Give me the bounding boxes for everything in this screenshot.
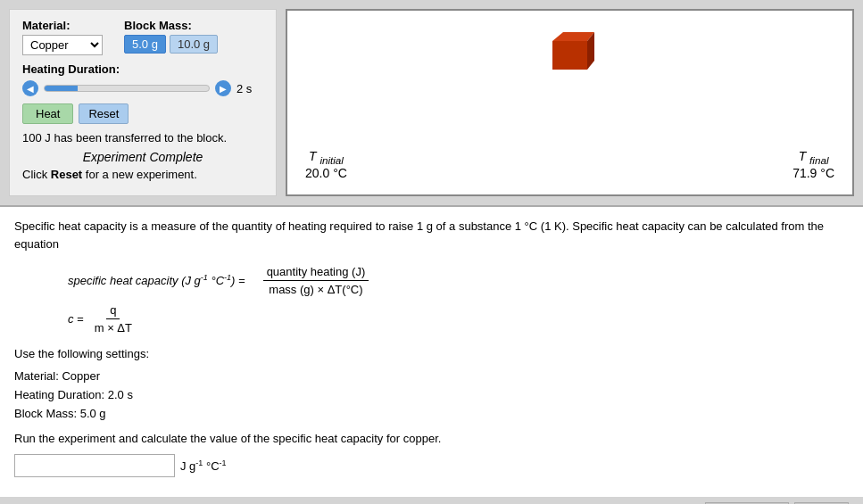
- final-temp-item: T final 71.9 °C: [792, 149, 834, 180]
- nav-row: ◀ Previous Ne ▶: [0, 497, 863, 504]
- final-temp-value: 71.9 °C: [792, 166, 834, 180]
- click-reset-text: Click Reset for a new experiment.: [22, 168, 263, 181]
- experiment-complete-text: Experiment Complete: [22, 150, 263, 164]
- answer-unit: J g-1 °C-1: [180, 459, 227, 473]
- transferred-text: 100 J has been transferred to the block.: [22, 131, 263, 145]
- answer-input[interactable]: [14, 454, 175, 477]
- answer-row: J g-1 °C-1: [14, 454, 849, 477]
- fraction-denominator: mass (g) × ΔT(°C): [265, 281, 366, 296]
- small-denominator: m × ΔT: [91, 319, 136, 335]
- initial-temp-item: T initial 20.0 °C: [305, 149, 347, 180]
- svg-marker-1: [552, 32, 594, 41]
- equation-section: specific heat capacity (J g-1 °C-1) = qu…: [14, 265, 849, 335]
- visualization-panel: T initial 20.0 °C T final 71.9 °C: [286, 9, 854, 196]
- settings-list: Material: Copper Heating Duration: 2.0 s…: [14, 368, 849, 423]
- small-equation-lhs: c =: [68, 312, 84, 326]
- mass-10g-button[interactable]: 10.0 g: [170, 35, 218, 54]
- svg-marker-0: [552, 41, 587, 70]
- equation-fraction: quantity heating (J) mass (g) × ΔT(°C): [263, 265, 369, 296]
- setting-material: Material: Copper: [14, 368, 849, 386]
- temperature-row: T initial 20.0 °C T final 71.9 °C: [296, 149, 843, 180]
- block-mass-label: Block Mass:: [124, 19, 218, 32]
- main-equation-row: specific heat capacity (J g-1 °C-1) = qu…: [14, 265, 849, 296]
- reset-button[interactable]: Reset: [79, 103, 129, 124]
- heat-button[interactable]: Heat: [22, 103, 73, 124]
- controls-panel: Material: Copper Aluminum Iron Lead Bloc…: [9, 9, 277, 196]
- slider-fill: [45, 86, 78, 91]
- small-numerator: q: [106, 303, 120, 319]
- block-image: [545, 29, 594, 75]
- slider-right-arrow[interactable]: ▶: [215, 80, 231, 96]
- material-select[interactable]: Copper Aluminum Iron Lead: [22, 35, 103, 55]
- setting-mass: Block Mass: 5.0 g: [14, 405, 849, 424]
- mass-5g-button[interactable]: 5.0 g: [124, 35, 166, 54]
- initial-temp-label: T initial: [305, 149, 347, 166]
- slider-left-arrow[interactable]: ◀: [22, 80, 38, 96]
- run-text: Run the experiment and calculate the val…: [14, 432, 849, 445]
- small-fraction: q m × ΔT: [91, 303, 136, 335]
- description-text: Specific heat capacity is a measure of t…: [14, 218, 849, 252]
- use-following-text: Use the following settings:: [14, 347, 849, 360]
- equation-lhs: specific heat capacity (J g-1 °C-1) =: [68, 273, 245, 287]
- slider-duration-value: 2 s: [236, 82, 263, 95]
- fraction-numerator: quantity heating (J): [263, 265, 369, 281]
- material-label: Material:: [22, 19, 103, 32]
- small-equation-row: c = q m × ΔT: [14, 303, 849, 335]
- initial-temp-value: 20.0 °C: [305, 166, 347, 180]
- setting-duration: Heating Duration: 2.0 s: [14, 386, 849, 405]
- slider-track[interactable]: [44, 85, 210, 92]
- heating-duration-label: Heating Duration:: [22, 62, 263, 76]
- bottom-content: Specific heat capacity is a measure of t…: [0, 205, 863, 497]
- final-temp-label: T final: [792, 149, 834, 166]
